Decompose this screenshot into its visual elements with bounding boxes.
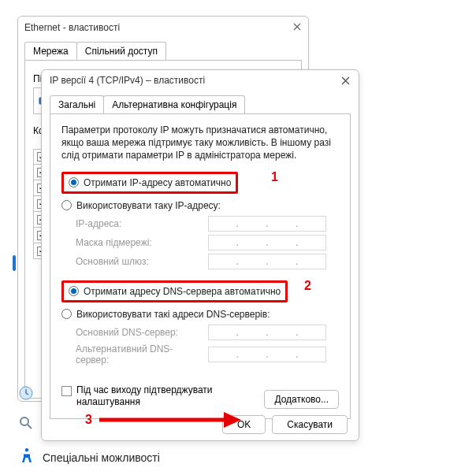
ethernet-tabs: Мережа Спільний доступ	[24, 42, 302, 60]
highlight-box-1: Отримати IP-адресу автоматично	[61, 172, 238, 194]
radio-ip-auto-label: Отримати IP-адресу автоматично	[84, 177, 231, 188]
history-icon[interactable]	[16, 383, 36, 403]
radio-ip-auto[interactable]	[69, 177, 79, 187]
gateway-input: ...	[208, 254, 326, 269]
ip-address-input: ...	[208, 216, 326, 232]
accessibility-icon	[19, 447, 35, 467]
search-icon[interactable]	[16, 413, 36, 433]
tab-general[interactable]: Загальні	[50, 95, 104, 113]
subnet-mask-label: Маска підмережі:	[76, 237, 202, 248]
primary-dns-input: ...	[208, 325, 326, 340]
radio-dns-manual-row[interactable]: Використовувати такі адреси DNS-серверів…	[61, 307, 339, 321]
advanced-button[interactable]: Додатково...	[264, 390, 339, 409]
ipv4-tabs: Загальні Альтернативна конфігурація	[50, 95, 351, 113]
radio-dns-manual[interactable]	[61, 309, 72, 319]
dns-group: Отримати адресу DNS-сервера автоматично …	[61, 280, 339, 366]
radio-dns-auto-label: Отримати адресу DNS-сервера автоматично	[84, 286, 281, 297]
subnet-mask-input: ...	[208, 235, 326, 250]
ip-address-row: IP-адреса: ...	[76, 216, 339, 232]
ipv4-close-button[interactable]	[338, 73, 352, 87]
primary-dns-row: Основний DNS-сервер: ...	[76, 325, 339, 340]
ipv4-properties-window: IP версії 4 (TCP/IPv4) – властивості Заг…	[41, 69, 359, 441]
gateway-label: Основний шлюз:	[76, 256, 202, 267]
ok-button[interactable]: OK	[222, 415, 266, 434]
ip-group: Отримати IP-адресу автоматично 1 Викорис…	[61, 172, 339, 269]
annotation-1: 1	[271, 170, 278, 184]
svg-point-3	[20, 417, 28, 425]
radio-ip-manual-row[interactable]: Використовувати таку IP-адресу:	[61, 199, 339, 213]
gateway-row: Основний шлюз: ...	[76, 254, 339, 269]
highlight-box-2: Отримати адресу DNS-сервера автоматично	[61, 280, 288, 302]
primary-dns-label: Основний DNS-сервер:	[76, 327, 202, 338]
validate-label: Під час виходу підтверджувати налаштуван…	[76, 384, 226, 409]
close-icon	[293, 23, 301, 31]
radio-ip-manual[interactable]	[61, 200, 72, 210]
alt-dns-row: Альтернативний DNS-сервер: ...	[76, 343, 339, 366]
ipv4-title: IP версії 4 (TCP/IPv4) – властивості	[50, 75, 205, 86]
dialog-buttons: OK Скасувати	[222, 415, 348, 434]
radio-dns-auto[interactable]	[69, 286, 79, 296]
ipv4-body: Параметри протоколу IP можуть призначати…	[50, 113, 351, 419]
cancel-button[interactable]: Скасувати	[272, 415, 348, 434]
ipv4-intro-text: Параметри протоколу IP можуть призначати…	[61, 124, 339, 162]
annotation-2: 2	[304, 279, 311, 293]
radio-dns-manual-label: Використовувати такі адреси DNS-серверів…	[76, 309, 270, 320]
ethernet-titlebar: Ethernet - властивості	[18, 17, 308, 39]
tab-alternate-config[interactable]: Альтернативна конфігурація	[103, 95, 245, 113]
accessibility-row[interactable]: Спеціальні можливості	[19, 447, 160, 467]
radio-ip-manual-label: Використовувати таку IP-адресу:	[76, 200, 221, 211]
selection-indicator	[13, 255, 16, 271]
ip-address-label: IP-адреса:	[76, 218, 202, 229]
subnet-mask-row: Маска підмережі: ...	[76, 235, 339, 250]
ipv4-titlebar: IP версії 4 (TCP/IPv4) – властивості	[42, 70, 359, 91]
ethernet-title: Ethernet - властивості	[24, 22, 120, 33]
accessibility-label: Спеціальні можливості	[43, 451, 160, 464]
ethernet-close-button[interactable]	[291, 20, 303, 33]
annotation-3: 3	[85, 413, 92, 427]
tab-network[interactable]: Мережа	[24, 42, 77, 60]
svg-point-6	[25, 448, 28, 451]
validate-on-exit-row[interactable]: Під час виходу підтверджувати налаштуван…	[61, 384, 226, 409]
validate-checkbox[interactable]	[61, 386, 72, 396]
close-icon	[341, 76, 350, 85]
alt-dns-label: Альтернативний DNS-сервер:	[76, 343, 202, 366]
tab-sharing[interactable]: Спільний доступ	[76, 42, 166, 60]
alt-dns-input: ...	[208, 347, 326, 362]
